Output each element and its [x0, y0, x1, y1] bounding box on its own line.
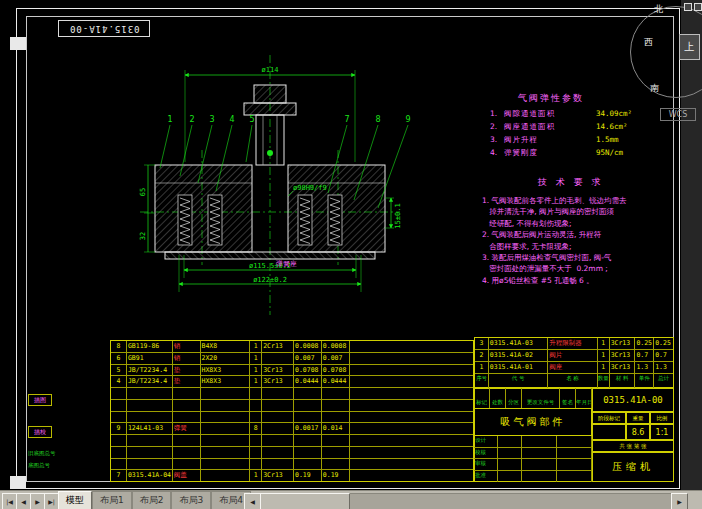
table-cell: 1 — [598, 338, 610, 349]
table-row: 70315.41A-04阀盖13Cr130.190.19 — [111, 470, 473, 481]
table-cell — [250, 412, 262, 423]
tab-last-button[interactable]: ▶| — [44, 493, 59, 509]
table-cell — [350, 447, 473, 458]
rev-header-row: 标记处数分区更改文件号签名年月日 — [474, 398, 592, 408]
table-header-cell: 名 称 — [548, 374, 598, 389]
tab-layout3[interactable]: 布局3 — [171, 491, 211, 509]
table-row: 10315.41A-01阀座13Cr131.31.3 — [475, 362, 673, 374]
tab-first-button[interactable]: |◀ — [2, 493, 17, 509]
table-cell: 弹簧 — [173, 423, 201, 434]
valve-plate-section — [165, 252, 375, 259]
table-cell — [350, 423, 473, 434]
table-cell: 0315.41A-01 — [489, 362, 548, 373]
params-list: 1.阀隙通道面积34.09cm²2.阀座通道面积14.6cm²3.阀片升程1.5… — [484, 109, 668, 161]
table-cell: 垫 — [173, 365, 201, 376]
frame-centering-mark — [10, 37, 26, 50]
table-cell: 3Cr13 — [610, 350, 636, 361]
table-cell: 0.7 — [654, 350, 673, 361]
table-cell: 2X20 — [201, 353, 251, 364]
role-cell — [522, 436, 557, 447]
scrollbar-thumb[interactable] — [260, 493, 350, 509]
table-cell — [111, 447, 127, 458]
compass-west-label[interactable]: 西 — [644, 36, 653, 49]
table-cell: 阀盖 — [173, 470, 201, 481]
cad-viewport[interactable]: 0315.41A-00 描图 描校 旧底图总号 底图总号 — [0, 0, 702, 509]
frame-centering-mark — [10, 476, 26, 489]
table-cell: 0.7 — [635, 350, 654, 361]
table-cell: 8 — [111, 341, 127, 352]
table-cell — [250, 388, 262, 399]
role-row: 校核 — [474, 448, 592, 460]
table-cell — [262, 459, 294, 470]
tab-next-button[interactable]: ▶ — [30, 493, 45, 509]
spring-channel — [328, 195, 342, 245]
dimension-text: ø122±0.2 — [253, 276, 287, 284]
param-value: 95N/cm — [596, 148, 623, 157]
rev-cell — [506, 388, 522, 398]
dimension-text: ø114 — [262, 66, 279, 74]
table-cell — [201, 388, 251, 399]
table-cell: 8 — [250, 423, 262, 434]
table-cell: 1 — [598, 362, 610, 373]
table-cell: 1 — [250, 365, 262, 376]
role-cell — [498, 448, 522, 459]
table-cell: 1.3 — [654, 362, 673, 373]
table-cell — [173, 388, 201, 399]
table-row: 4JB/T2234.4垫HX8X313Cr130.04440.0444 — [111, 376, 473, 388]
table-cell: 0315.41A-03 — [489, 338, 548, 349]
panel-icon[interactable] — [694, 3, 702, 11]
table-cell — [201, 459, 251, 470]
table-row — [111, 412, 473, 424]
role-row: 设计 — [474, 436, 592, 448]
rev-cell — [490, 388, 506, 398]
title-doc-number: 0315.41A-00 — [592, 388, 674, 412]
balloon-number: 9 — [405, 115, 410, 124]
table-cell: 销 — [173, 353, 201, 364]
compass-north-label[interactable]: 北 — [654, 3, 663, 16]
table-cell — [294, 459, 322, 470]
table-cell: 0.007 — [294, 353, 322, 364]
table-cell: 3Cr13 — [262, 376, 294, 387]
valve-params-block: 气阀弹性参数 1.阀隙通道面积34.09cm²2.阀座通道面积14.6cm²3.… — [484, 92, 668, 161]
spring-channel — [208, 195, 222, 245]
bolt-collar-section — [244, 103, 296, 115]
fit-callout-text: ø98H9/f9 — [293, 184, 327, 192]
param-num: 4. — [490, 148, 497, 157]
panel-icon[interactable] — [684, 3, 692, 11]
table-cell: 0315.41A-02 — [489, 350, 548, 361]
bom-right-table: 30315.41A-03升程限制器13Cr130.250.2520315.41A… — [474, 337, 674, 388]
wcs-badge[interactable]: WCS — [660, 108, 696, 121]
role-cell: 批准 — [474, 471, 498, 483]
balloon-leader — [246, 125, 252, 162]
table-cell: 7 — [111, 470, 127, 481]
table-cell — [201, 412, 251, 423]
table-cell — [250, 400, 262, 411]
table-cell — [201, 423, 251, 434]
table-cell: HX8X3 — [201, 365, 251, 376]
scroll-right-button[interactable]: ▶ — [671, 493, 688, 509]
tab-model[interactable]: 模型 — [58, 491, 92, 509]
valve-drawing[interactable]: ø114 ø115.5±0.2 ø122±0.2 15±0.1 65 32 ø9… — [130, 50, 430, 320]
tab-layout2[interactable]: 布局2 — [132, 491, 172, 509]
table-cell: 0.25 — [654, 338, 673, 349]
dimension-text: 32 — [139, 232, 147, 240]
table-cell: 阀片 — [548, 350, 597, 361]
compass-up-face[interactable]: 上 — [679, 34, 700, 60]
table-cell — [322, 435, 350, 446]
table-header-cell: 单件 — [635, 374, 654, 389]
table-cell — [173, 435, 201, 446]
tech-line: 3. 装配后用煤油检查气阀密封面, 阀-气 — [482, 252, 676, 263]
tab-prev-button[interactable]: ◀ — [16, 493, 31, 509]
table-cell — [201, 400, 251, 411]
table-cell: 1 — [475, 362, 489, 373]
table-cell: 0.007 — [322, 353, 350, 364]
scroll-left-button[interactable]: ◀ — [244, 493, 261, 509]
tab-layout1[interactable]: 布局1 — [92, 491, 132, 509]
table-cell — [294, 435, 322, 446]
table-cell — [350, 470, 473, 481]
table-cell: JB/T2234.4 — [127, 365, 173, 376]
compass-south-label[interactable]: 南 — [650, 82, 659, 95]
table-cell — [262, 400, 294, 411]
part-name-cell: 吸气阀部件 — [474, 408, 592, 436]
table-header-cell: 总计 — [654, 374, 673, 389]
